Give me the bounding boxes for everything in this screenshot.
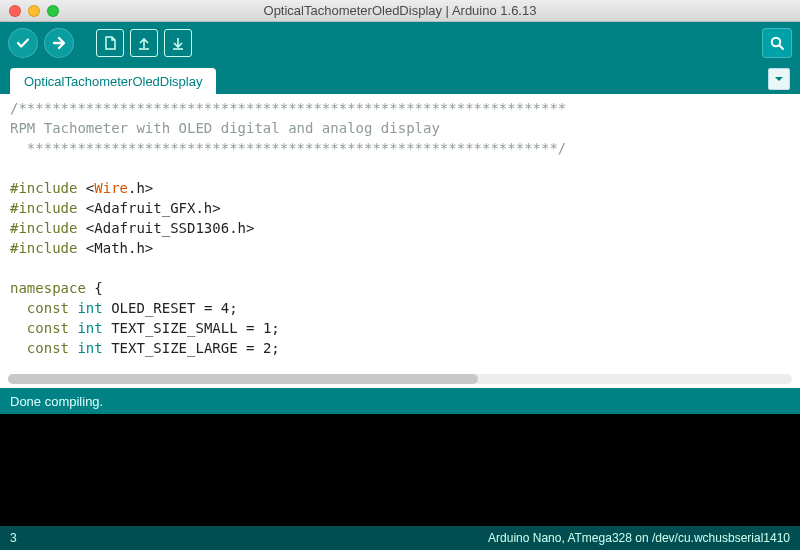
code-token: <Adafruit_SSD1306.h>: [77, 220, 254, 236]
code-token: <Math.h>: [77, 240, 153, 256]
save-sketch-button[interactable]: [164, 29, 192, 57]
code-token: <: [77, 180, 94, 196]
arrow-up-icon: [136, 35, 152, 51]
scrollbar-thumb[interactable]: [8, 374, 478, 384]
code-token: int: [69, 340, 103, 356]
code-token: int: [69, 300, 103, 316]
arrow-right-icon: [51, 35, 67, 51]
line-number: 3: [10, 531, 17, 545]
caret-down-icon: [774, 74, 784, 84]
new-sketch-button[interactable]: [96, 29, 124, 57]
code-token: {: [86, 280, 103, 296]
toolbar: [0, 22, 800, 64]
serial-monitor-button[interactable]: [762, 28, 792, 58]
tab-menu-button[interactable]: [768, 68, 790, 90]
open-sketch-button[interactable]: [130, 29, 158, 57]
board-port-info: Arduino Nano, ATmega328 on /dev/cu.wchus…: [488, 531, 790, 545]
code-token: .h>: [128, 180, 153, 196]
code-line: ****************************************…: [10, 140, 566, 156]
code-token: const: [10, 340, 69, 356]
code-token: const: [10, 320, 69, 336]
verify-button[interactable]: [8, 28, 38, 58]
code-token: <Adafruit_GFX.h>: [77, 200, 220, 216]
code-line: RPM Tachometer with OLED digital and ana…: [10, 120, 440, 136]
compile-status: Done compiling.: [0, 388, 800, 414]
code-token: TEXT_SIZE_LARGE = 2;: [103, 340, 280, 356]
code-token: TEXT_SIZE_SMALL = 1;: [103, 320, 280, 336]
arduino-ide-window: OpticalTachometerOledDisplay | Arduino 1…: [0, 0, 800, 550]
output-console[interactable]: [0, 414, 800, 526]
code-token: OLED_RESET = 4;: [103, 300, 238, 316]
arrow-down-icon: [170, 35, 186, 51]
code-token: #include: [10, 200, 77, 216]
tab-strip: OpticalTachometerOledDisplay: [0, 64, 800, 94]
magnifier-icon: [769, 35, 785, 51]
code-token: #include: [10, 220, 77, 236]
code-token: #include: [10, 240, 77, 256]
status-text: Done compiling.: [10, 394, 103, 409]
footer-bar: 3 Arduino Nano, ATmega328 on /dev/cu.wch…: [0, 526, 800, 550]
check-icon: [15, 35, 31, 51]
code-editor[interactable]: /***************************************…: [0, 94, 800, 388]
upload-button[interactable]: [44, 28, 74, 58]
code-token: #include: [10, 180, 77, 196]
titlebar: OpticalTachometerOledDisplay | Arduino 1…: [0, 0, 800, 22]
horizontal-scrollbar[interactable]: [8, 374, 792, 384]
window-title: OpticalTachometerOledDisplay | Arduino 1…: [0, 3, 800, 18]
code-token: namespace: [10, 280, 86, 296]
code-line: /***************************************…: [10, 100, 566, 116]
code-token: int: [69, 320, 103, 336]
code-token: Wire: [94, 180, 128, 196]
file-icon: [102, 35, 118, 51]
code-content: /***************************************…: [0, 94, 800, 362]
sketch-tab[interactable]: OpticalTachometerOledDisplay: [10, 68, 216, 94]
code-token: const: [10, 300, 69, 316]
